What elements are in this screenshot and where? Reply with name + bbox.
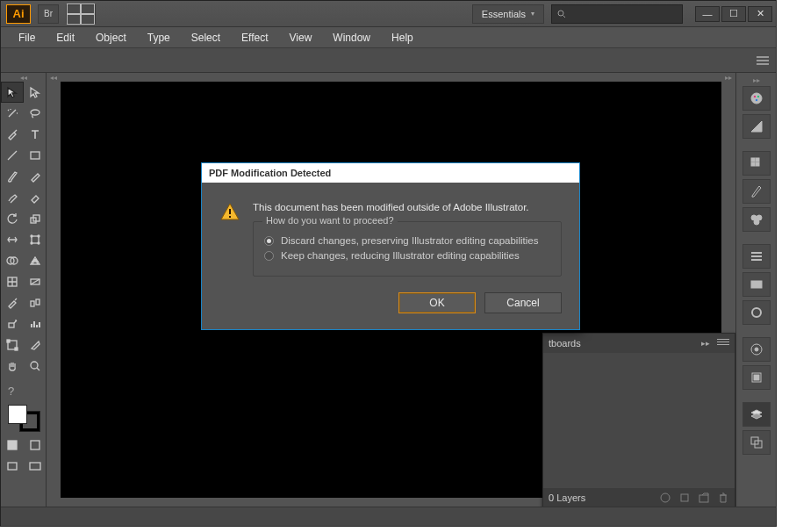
color-guide-button[interactable]	[742, 114, 771, 139]
menu-window[interactable]: Window	[324, 29, 379, 47]
option-keep[interactable]: Keep changes, reducing Illustrator editi…	[264, 250, 550, 261]
symbol-sprayer-tool[interactable]	[1, 313, 24, 334]
lasso-tool[interactable]	[24, 103, 47, 124]
type-tool[interactable]	[24, 124, 47, 145]
close-button[interactable]: ✕	[748, 6, 772, 22]
new-layer-icon[interactable]	[698, 492, 710, 504]
draw-mode-button[interactable]	[24, 435, 47, 456]
zoom-tool[interactable]	[24, 356, 47, 377]
slice-tool[interactable]	[24, 334, 47, 356]
svg-rect-18	[31, 301, 34, 306]
svg-point-10	[31, 235, 32, 237]
panel-menu-icon[interactable]	[717, 339, 729, 348]
locate-icon[interactable]	[659, 492, 671, 504]
svg-point-24	[31, 362, 38, 369]
menu-effect[interactable]: Effect	[233, 29, 276, 47]
menu-view[interactable]: View	[281, 29, 321, 47]
direct-selection-tool[interactable]	[24, 82, 47, 103]
svg-point-32	[755, 99, 757, 102]
help-tool[interactable]: ?	[1, 380, 47, 401]
svg-rect-20	[9, 323, 14, 327]
dock-collapse-icon[interactable]: ▸▸	[753, 76, 760, 84]
menu-edit[interactable]: Edit	[47, 29, 83, 47]
option-discard-label: Discard changes, preserving Illustrator …	[281, 235, 538, 246]
panel-collapse-icon[interactable]: ◂◂	[1, 73, 46, 82]
svg-point-13	[38, 242, 39, 244]
swatches-panel-button[interactable]	[742, 151, 771, 176]
svg-point-43	[755, 348, 758, 351]
color-panel-button[interactable]	[742, 86, 771, 111]
svg-point-12	[31, 242, 32, 244]
svg-rect-50	[699, 495, 708, 502]
delete-icon[interactable]	[717, 492, 729, 504]
selection-tool[interactable]	[1, 82, 24, 103]
menu-object[interactable]: Object	[87, 29, 135, 47]
gradient-panel-button[interactable]	[742, 272, 771, 297]
color-mode-button[interactable]	[1, 435, 24, 456]
option-discard[interactable]: Discard changes, preserving Illustrator …	[264, 235, 550, 246]
screen-mode-button[interactable]	[1, 456, 24, 477]
svg-point-41	[752, 308, 761, 317]
graphic-styles-button[interactable]	[742, 365, 771, 390]
transparency-panel-button[interactable]	[742, 300, 771, 325]
workspace-switcher[interactable]: Essentials	[472, 4, 544, 24]
fill-stroke-swatch[interactable]	[8, 405, 39, 431]
blend-tool[interactable]	[24, 292, 47, 313]
minimize-button[interactable]: —	[695, 6, 720, 22]
menu-type[interactable]: Type	[139, 29, 179, 47]
mesh-tool[interactable]	[1, 271, 24, 292]
menu-file[interactable]: File	[10, 29, 44, 47]
artboard-tool[interactable]	[1, 334, 24, 356]
rotate-tool[interactable]	[1, 208, 24, 229]
svg-point-39	[754, 219, 759, 225]
cancel-button[interactable]: Cancel	[484, 292, 562, 313]
artboards-panel: tboards ▸▸ 0 Layers	[542, 333, 735, 508]
bridge-button[interactable]: Br	[38, 4, 59, 24]
control-menu-icon[interactable]	[757, 56, 769, 65]
symbols-panel-button[interactable]	[742, 207, 771, 232]
svg-rect-40	[751, 281, 762, 288]
menu-select[interactable]: Select	[183, 29, 229, 47]
free-transform-tool[interactable]	[24, 229, 47, 250]
menu-help[interactable]: Help	[383, 29, 422, 47]
pen-tool[interactable]	[1, 124, 24, 145]
svg-point-48	[661, 493, 670, 502]
maximize-button[interactable]: ☐	[721, 6, 746, 22]
artboards-panel-button[interactable]	[742, 430, 771, 455]
eyedropper-tool[interactable]	[1, 292, 24, 313]
svg-rect-22	[7, 340, 10, 342]
ok-button[interactable]: OK	[398, 292, 476, 313]
column-graph-tool[interactable]	[24, 313, 47, 334]
new-sublayer-icon[interactable]	[678, 492, 691, 504]
magic-wand-tool[interactable]	[1, 103, 24, 124]
paintbrush-tool[interactable]	[1, 166, 24, 187]
svg-point-5	[31, 110, 39, 115]
layers-panel-button[interactable]	[742, 402, 771, 427]
panel-prev-icon[interactable]: ▸▸	[701, 339, 710, 348]
svg-line-4	[563, 15, 566, 18]
eraser-tool[interactable]	[24, 187, 47, 208]
shape-builder-tool[interactable]	[1, 250, 24, 271]
stroke-panel-button[interactable]	[742, 244, 771, 269]
scale-tool[interactable]	[24, 208, 47, 229]
screen-mode-cycle-button[interactable]	[24, 456, 47, 477]
hand-tool[interactable]	[1, 356, 24, 377]
appearance-panel-button[interactable]	[742, 337, 771, 362]
blob-brush-tool[interactable]	[1, 187, 24, 208]
option-keep-label: Keep changes, reducing Illustrator editi…	[281, 250, 520, 261]
svg-rect-27	[8, 463, 17, 470]
search-input[interactable]	[551, 4, 683, 24]
width-tool[interactable]	[1, 229, 24, 250]
perspective-grid-tool[interactable]	[24, 250, 47, 271]
rectangle-tool[interactable]	[24, 145, 47, 166]
gradient-tool[interactable]	[24, 271, 47, 292]
left-collapse-icon[interactable]: ◂◂	[47, 73, 61, 507]
arrange-documents-button[interactable]	[66, 4, 96, 24]
svg-point-3	[558, 11, 563, 16]
artboards-tab[interactable]: tboards	[549, 338, 581, 349]
line-tool[interactable]	[1, 145, 24, 166]
brushes-panel-button[interactable]	[742, 179, 771, 204]
artboards-list[interactable]	[543, 353, 735, 488]
pencil-tool[interactable]	[24, 166, 47, 187]
svg-rect-52	[229, 216, 231, 218]
